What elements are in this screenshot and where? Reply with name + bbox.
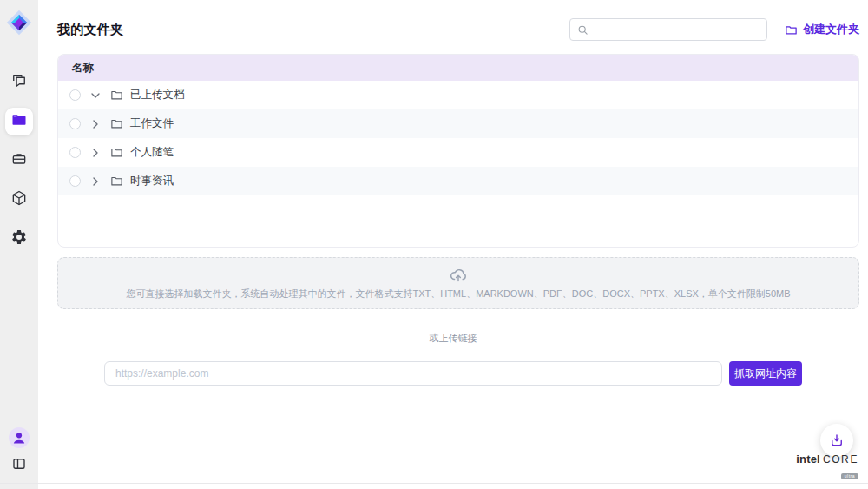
gear-icon — [10, 228, 28, 249]
chevron-right-icon[interactable] — [89, 117, 102, 131]
folder-icon — [110, 146, 123, 159]
sidebar-item-chat[interactable] — [5, 69, 33, 96]
row-checkbox[interactable] — [69, 118, 81, 129]
page-header: 我的文件夹 创建文件夹 — [57, 17, 859, 42]
intel-logo-text: intel — [796, 453, 820, 466]
upload-hint-text: 您可直接选择加载文件夹，系统自动处理其中的文件，文件格式支持TXT、HTML、M… — [126, 287, 790, 301]
folder-row[interactable]: 已上传文档 — [58, 81, 858, 109]
core-logo-text: core — [823, 453, 858, 466]
sidebar-item-toolbox[interactable] — [5, 147, 33, 175]
folder-icon — [110, 175, 123, 188]
row-checkbox[interactable] — [69, 89, 81, 101]
sidebar-bottom — [0, 427, 38, 475]
folder-table: 名称 已上传文档 工作文件 — [57, 54, 859, 248]
bottom-divider — [0, 483, 868, 484]
intel-core-ultra-logo: intelcore ultra — [796, 452, 858, 481]
chevron-right-icon[interactable] — [89, 175, 102, 188]
sidebar — [0, 0, 38, 489]
ultra-badge: ultra — [841, 473, 858, 479]
sidebar-item-settings[interactable] — [5, 225, 33, 253]
folder-name: 工作文件 — [130, 116, 174, 131]
download-icon — [829, 433, 845, 448]
or-upload-link-label: 或上传链接 — [38, 332, 868, 345]
briefcase-icon — [10, 150, 28, 171]
search-input[interactable] — [594, 23, 760, 36]
chevron-right-icon[interactable] — [89, 146, 102, 160]
folder-name: 已上传文档 — [130, 88, 185, 102]
row-checkbox[interactable] — [69, 147, 81, 158]
table-header-row: 名称 — [58, 55, 858, 81]
cube-icon — [10, 189, 28, 210]
main-content: 我的文件夹 创建文件夹 名称 — [38, 0, 868, 489]
folder-row[interactable]: 工作文件 — [58, 109, 858, 138]
folder-row[interactable]: 时事资讯 — [58, 167, 858, 195]
sidebar-nav — [5, 69, 33, 253]
url-input[interactable] — [104, 361, 722, 386]
user-avatar-icon[interactable] — [9, 427, 30, 448]
chevron-down-icon[interactable] — [89, 89, 102, 102]
folder-row[interactable]: 个人随笔 — [58, 138, 858, 167]
search-box — [569, 18, 767, 41]
folder-name: 个人随笔 — [130, 145, 174, 160]
create-folder-label: 创建文件夹 — [803, 22, 859, 37]
sidebar-item-models[interactable] — [5, 186, 33, 214]
chat-icon — [10, 72, 28, 93]
cloud-upload-icon — [449, 266, 468, 285]
fetch-url-button[interactable]: 抓取网址内容 — [729, 361, 802, 386]
folder-icon — [110, 89, 123, 102]
upload-dropzone[interactable]: 您可直接选择加载文件夹，系统自动处理其中的文件，文件格式支持TXT、HTML、M… — [57, 257, 859, 309]
folder-plus-icon — [785, 23, 798, 36]
search-icon — [577, 24, 589, 36]
name-column-header: 名称 — [72, 61, 94, 76]
url-upload-row: 抓取网址内容 — [38, 361, 868, 386]
panel-toggle-icon[interactable] — [11, 456, 27, 475]
sidebar-item-folders[interactable] — [5, 108, 33, 135]
folder-name: 时事资讯 — [130, 174, 174, 188]
create-folder-button[interactable]: 创建文件夹 — [785, 22, 859, 37]
folder-icon — [110, 117, 123, 130]
row-checkbox[interactable] — [69, 175, 81, 187]
folder-icon — [10, 111, 28, 132]
app-logo-gem-icon — [4, 8, 34, 37]
page-title: 我的文件夹 — [57, 22, 124, 38]
